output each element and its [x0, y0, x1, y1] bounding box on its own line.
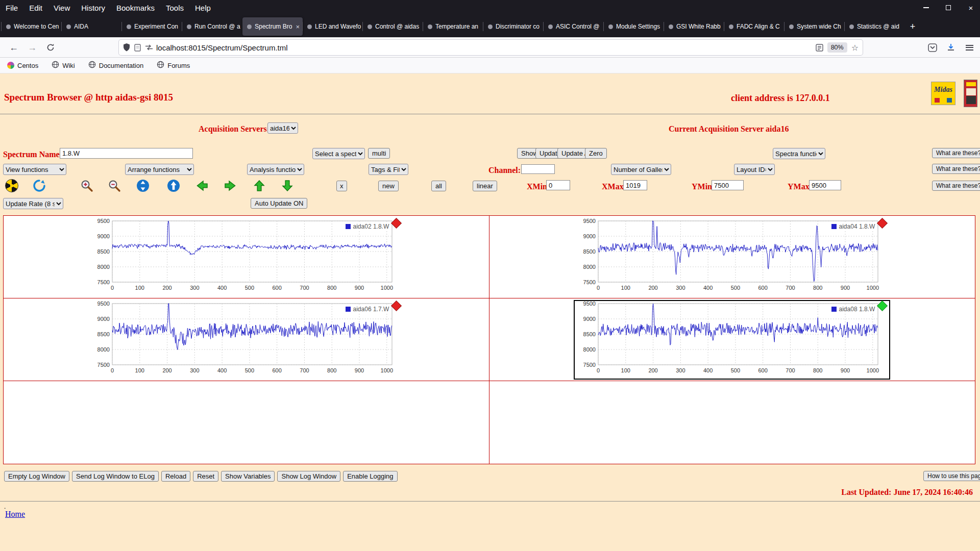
spectrum-chart-aida04[interactable]: 7500800085009000950001002003004005006007…	[575, 218, 889, 296]
forward-button[interactable]: →	[24, 40, 40, 55]
tab-led-and-wavefo[interactable]: LED and Wavefo	[303, 17, 363, 36]
blue-circle-updown-icon[interactable]	[136, 179, 150, 192]
up-arrow-icon[interactable]	[254, 179, 265, 192]
minimize-button[interactable]	[922, 4, 930, 12]
send-log-window-to-elog-button[interactable]: Send Log Window to ELog	[72, 471, 159, 482]
svg-text:8500: 8500	[583, 248, 596, 255]
url-bar[interactable]: localhost:8015/Spectrum/Spectrum.tml 80%…	[119, 40, 863, 55]
multi-button[interactable]: multi	[368, 148, 390, 159]
prev-arrow-icon[interactable]	[195, 179, 209, 192]
bookmark-star-icon[interactable]: ☆	[851, 43, 859, 53]
menu-tools[interactable]: Tools	[160, 0, 189, 15]
update-rate-select[interactable]: Update Rate (8 secs)	[3, 198, 63, 209]
tab-asic-control[interactable]: ASIC Control @	[544, 17, 604, 36]
shield-icon[interactable]	[123, 43, 130, 52]
tab-discriminator-co[interactable]: Discriminator co	[483, 17, 544, 36]
swap-arrows-icon[interactable]	[145, 44, 153, 51]
tab-statistics-aid[interactable]: Statistics @ aid	[845, 17, 905, 36]
tab-favicon	[849, 24, 854, 29]
what-are-these-button-2[interactable]: What are these?	[932, 164, 980, 174]
what-are-these-button-1[interactable]: What are these?	[932, 148, 980, 158]
empty-log-window-button[interactable]: Empty Log Window	[4, 471, 69, 482]
site-info-page-icon[interactable]	[134, 44, 141, 52]
ymin-input[interactable]	[712, 180, 744, 190]
bookmark-wiki[interactable]: Wiki	[52, 61, 75, 70]
tab-module-settings[interactable]: Module Settings	[604, 17, 664, 36]
bookmark-documentation[interactable]: Documentation	[88, 61, 143, 70]
number-of-galleries-select[interactable]: Number of Galleries	[611, 164, 671, 175]
bookmark-forums[interactable]: Forums	[157, 61, 190, 70]
select-a-spectrum[interactable]: Select a spectrum	[312, 148, 365, 159]
new-button[interactable]: new	[378, 181, 399, 191]
tab-aida[interactable]: AIDA	[62, 17, 122, 36]
tab-temperature-an[interactable]: Temperature an	[423, 17, 483, 36]
next-arrow-icon[interactable]	[224, 179, 237, 192]
downloads-button[interactable]	[943, 40, 959, 55]
acquisition-server-select[interactable]: aida16	[267, 122, 298, 134]
tab-system-wide-ch[interactable]: System wide Ch	[785, 17, 845, 36]
xmax-input[interactable]	[623, 180, 647, 190]
reset-button[interactable]: Reset	[193, 471, 218, 482]
zoom-in-icon[interactable]	[80, 179, 93, 192]
tab-title: Welcome to Cen	[14, 23, 62, 30]
tab-favicon	[247, 24, 252, 29]
auto-update-button[interactable]: Auto Update ON	[251, 198, 307, 209]
new-tab-button[interactable]: +	[905, 17, 920, 36]
tab-spectrum-bro[interactable]: Spectrum Bro×	[242, 17, 303, 36]
menu-bookmarks[interactable]: Bookmarks	[111, 0, 160, 15]
tab-experiment-con[interactable]: Experiment Con	[122, 17, 182, 36]
ymax-input[interactable]	[809, 180, 841, 190]
tab-welcome-to-cen[interactable]: Welcome to Cen	[2, 17, 62, 36]
menu-edit[interactable]: Edit	[23, 0, 48, 15]
zoom-level-badge[interactable]: 80%	[827, 42, 847, 53]
tab-fadc-align-c[interactable]: FADC Align & C	[724, 17, 785, 36]
menu-help[interactable]: Help	[189, 0, 216, 15]
spectrum-chart-aida06[interactable]: 7500800085009000950001002003004005006007…	[89, 301, 403, 379]
tab-control-aidas[interactable]: Control @ aidas	[363, 17, 423, 36]
radiation-icon[interactable]	[5, 179, 18, 192]
menu-view[interactable]: View	[48, 0, 76, 15]
tab-run-control-a[interactable]: Run Control @ a	[182, 17, 242, 36]
reader-mode-icon[interactable]	[816, 44, 823, 52]
tab-gsi-white-rabb[interactable]: GSI White Rabb	[664, 17, 724, 36]
analysis-functions-select[interactable]: Analysis functions	[247, 164, 304, 175]
maximize-button[interactable]	[944, 4, 952, 12]
enable-logging-button[interactable]: Enable Logging	[343, 471, 397, 482]
spectrum-chart-aida08[interactable]: 7500800085009000950001002003004005006007…	[575, 301, 889, 379]
svg-text:700: 700	[786, 285, 795, 291]
xmin-input[interactable]	[546, 180, 570, 190]
down-arrow-icon[interactable]	[282, 179, 293, 192]
linear-button[interactable]: linear	[473, 181, 497, 191]
close-button[interactable]: ×	[967, 4, 975, 12]
bookmark-centos[interactable]: Centos	[7, 62, 38, 69]
show-variables-button[interactable]: Show Variables	[221, 471, 275, 482]
all-button[interactable]: all	[431, 181, 446, 191]
how-to-use-button[interactable]: How to use this page	[923, 471, 980, 481]
layout-id-select[interactable]: Layout ID=8	[734, 164, 775, 175]
zoom-out-icon[interactable]	[108, 179, 121, 192]
zero-button[interactable]: Zero	[585, 148, 607, 159]
blue-circle-up-icon[interactable]	[167, 179, 180, 192]
spectrum-chart-aida02[interactable]: 7500800085009000950001002003004005006007…	[89, 218, 403, 296]
pocket-button[interactable]	[925, 40, 940, 55]
app-menu-button[interactable]	[962, 40, 977, 55]
reload-button[interactable]: Reload	[161, 471, 190, 482]
show-log-window-button[interactable]: Show Log Window	[277, 471, 340, 482]
home-link[interactable]: Home	[5, 510, 25, 519]
tags-fits-select[interactable]: Tags & Fits	[369, 164, 408, 175]
what-are-these-button-3[interactable]: What are these?	[932, 181, 980, 191]
back-button[interactable]: ←	[6, 40, 21, 55]
tab-close-icon[interactable]: ×	[296, 23, 300, 31]
view-functions-select[interactable]: View functions	[3, 164, 66, 175]
arrange-functions-select[interactable]: Arrange functions	[125, 164, 194, 175]
svg-text:300: 300	[190, 367, 199, 373]
channel-input[interactable]	[521, 164, 555, 174]
menu-history[interactable]: History	[76, 0, 111, 15]
reload-button[interactable]	[43, 40, 58, 55]
spectra-functions-select[interactable]: Spectra functions	[773, 148, 825, 159]
spectrum-name-input[interactable]	[60, 148, 193, 159]
refresh-swirl-icon[interactable]	[33, 179, 46, 192]
x-scale-button[interactable]: x	[336, 181, 347, 191]
menu-file[interactable]: File	[0, 0, 23, 15]
xmin-label: XMin	[527, 182, 547, 191]
